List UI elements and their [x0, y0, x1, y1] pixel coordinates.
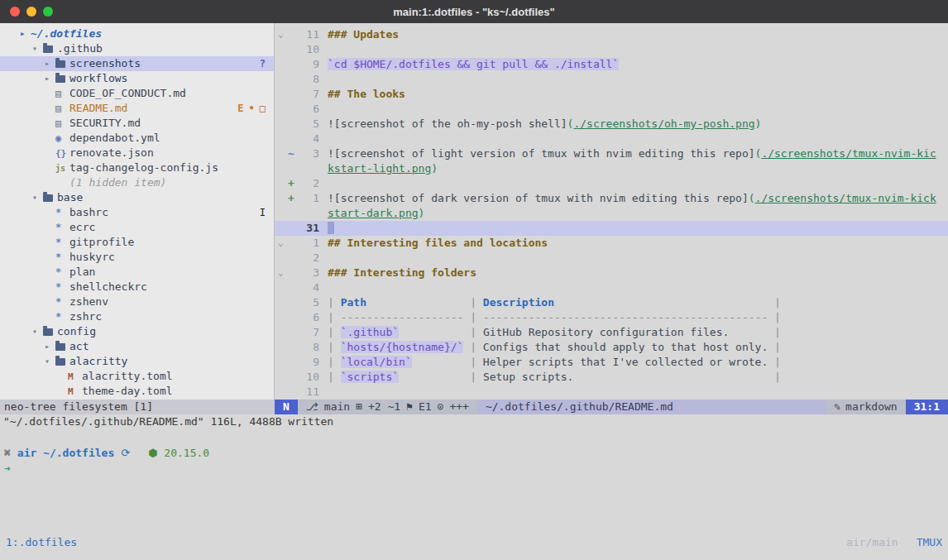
- text-segment-pipe: |: [768, 341, 781, 353]
- tree-item-theme-day-toml[interactable]: Mtheme-day.toml: [0, 384, 274, 399]
- expander-icon[interactable]: ▾: [32, 190, 43, 205]
- minimize-button[interactable]: [26, 7, 36, 17]
- editor-line[interactable]: ⌄3### Interesting folders: [275, 266, 948, 280]
- zoom-button[interactable]: [43, 7, 53, 17]
- tree-item-marks: I: [260, 205, 266, 220]
- line-number: 10: [296, 370, 319, 385]
- editor-line[interactable]: 6| ------------------- | ---------------…: [275, 310, 948, 325]
- editor-line[interactable]: ⌄11### Updates: [275, 27, 948, 42]
- editor-line[interactable]: 5![screenshot of the oh-my-posh shell](.…: [275, 117, 948, 132]
- editor-line[interactable]: 5| Path | Description |: [275, 295, 948, 310]
- tree-item-label: zshenv: [69, 294, 108, 309]
- editor-line[interactable]: +1![screenshot of dark version of tmux w…: [275, 191, 948, 206]
- cursor-position: 31:1: [906, 400, 948, 414]
- text-segment-par: ): [755, 117, 762, 130]
- expander-icon[interactable]: ▸: [45, 56, 55, 71]
- editor-line-current[interactable]: 31: [275, 221, 948, 236]
- tree-item-shellcheckrc[interactable]: *shellcheckrc: [0, 280, 274, 294]
- tmux-pane-vim: ▸~/.dotfiles▾.github▸screenshots?▸workfl…: [0, 23, 948, 400]
- tree-item-dependabot-yml[interactable]: ◉dependabot.yml: [0, 131, 274, 146]
- expander-icon[interactable]: ▸: [20, 26, 31, 41]
- tree-item-bashrc[interactable]: *bashrcI: [0, 205, 274, 220]
- text-segment-th: Path: [341, 296, 366, 309]
- tree-item-alacritty-toml[interactable]: Malacritty.toml: [0, 369, 274, 384]
- editor-line[interactable]: 7## The looks: [275, 87, 948, 102]
- text-segment-pipe: |: [463, 341, 482, 353]
- tree-item-workflows[interactable]: ▸workflows: [0, 71, 274, 86]
- expander-icon[interactable]: ▾: [45, 354, 55, 369]
- apple-icon: ⌘: [4, 446, 11, 461]
- tree-item-config[interactable]: ▾config: [0, 324, 274, 339]
- fold-icon[interactable]: ⌄: [278, 27, 288, 42]
- tree-item-1-hidden-item[interactable]: (1 hidden item): [0, 175, 274, 190]
- line-number: 1: [296, 191, 319, 206]
- tree-item-ecrc[interactable]: *ecrc: [0, 220, 274, 235]
- editor-line[interactable]: 9`cd $HOME/.dotfiles && git pull && ./in…: [275, 57, 948, 72]
- line-text: | `scripts` | Setup scripts. |: [328, 370, 948, 385]
- editor-line[interactable]: ⌄1## Interesting files and locations: [275, 236, 948, 251]
- tree-item-zshenv[interactable]: *zshenv: [0, 294, 274, 309]
- editor-lines: ⌄11### Updates109`cd $HOME/.dotfiles && …: [275, 27, 948, 400]
- window-titlebar[interactable]: main:1:.dotfiles - "ks~/.dotfiles": [0, 0, 948, 23]
- text-segment-txt: ![screenshot of light version of tmux wi…: [328, 147, 755, 160]
- expander-icon[interactable]: ▾: [32, 41, 43, 56]
- tree-item-tag-changelog-config-js[interactable]: jstag-changelog-config.js: [0, 160, 274, 175]
- editor-line[interactable]: 2: [275, 251, 948, 266]
- editor-line[interactable]: 4: [275, 280, 948, 295]
- tree-item-code-of-conduct-md[interactable]: ▤CODE_OF_CONDUCT.md: [0, 86, 274, 101]
- star-file-icon: *: [55, 222, 61, 233]
- fold-icon[interactable]: ⌄: [278, 236, 288, 251]
- text-segment-pipe: |: [463, 371, 482, 383]
- tree-item-renovate-json[interactable]: {}renovate.json: [0, 146, 274, 160]
- editor-line[interactable]: +2: [275, 176, 948, 191]
- editor-pane[interactable]: ⌄11### Updates109`cd $HOME/.dotfiles && …: [275, 23, 948, 400]
- line-number: 6: [296, 310, 319, 325]
- star-file-icon: *: [55, 296, 61, 308]
- tree-item-security-md[interactable]: ▤SECURITY.md: [0, 116, 274, 131]
- editor-line[interactable]: kstart-light.png): [275, 161, 948, 176]
- expander-icon[interactable]: ▾: [32, 324, 43, 339]
- tree-item-base[interactable]: ▾base: [0, 190, 274, 205]
- tree-item-readme-md[interactable]: ▤README.mdE•□: [0, 101, 274, 116]
- editor-line[interactable]: 8| `hosts/{hostname}/` | Configs that sh…: [275, 340, 948, 355]
- line-text: ## Interesting files and locations: [328, 236, 948, 251]
- tree-item-huskyrc[interactable]: *huskyrc: [0, 250, 274, 265]
- tree-item-act[interactable]: ▸act: [0, 339, 274, 354]
- tree-item-plan[interactable]: *plan: [0, 265, 274, 280]
- tree-item-zshrc[interactable]: *zshrc: [0, 309, 274, 324]
- toml-file-icon: M: [68, 371, 74, 382]
- editor-line[interactable]: 4: [275, 132, 948, 146]
- editor-line[interactable]: 10| `scripts` | Setup scripts. |: [275, 370, 948, 385]
- editor-line[interactable]: 10: [275, 42, 948, 57]
- text-segment-sp: [399, 326, 463, 338]
- editor-line[interactable]: 11: [275, 385, 948, 400]
- tree-item-label: bashrc: [69, 205, 108, 220]
- editor-line[interactable]: 7| `.github` | GitHub Repository configu…: [275, 325, 948, 340]
- tree-item-marks: E•□: [237, 101, 266, 116]
- line-text: ![screenshot of light version of tmux wi…: [328, 146, 948, 161]
- item-mark: •: [249, 101, 255, 116]
- editor-line[interactable]: 8: [275, 72, 948, 87]
- close-button[interactable]: [10, 7, 20, 17]
- editor-line[interactable]: start-dark.png): [275, 206, 948, 221]
- editor-line[interactable]: 6: [275, 102, 948, 117]
- tree-item-dotfiles[interactable]: ▸~/.dotfiles: [0, 26, 274, 41]
- item-mark: □: [260, 101, 266, 116]
- tree-item-alacritty[interactable]: ▾alacritty: [0, 354, 274, 369]
- expander-icon[interactable]: ▸: [45, 71, 55, 86]
- tree-item-screenshots[interactable]: ▸screenshots?: [0, 56, 274, 71]
- tree-item-gitprofile[interactable]: *gitprofile: [0, 235, 274, 250]
- text-segment-h: ## The looks: [328, 88, 405, 100]
- tmux-window-name[interactable]: 1:.dotfiles: [6, 535, 77, 550]
- doc-file-icon: ▤: [55, 103, 61, 114]
- text-segment-h: ## Interesting files and locations: [328, 237, 548, 249]
- tree-item-label: config: [57, 324, 96, 339]
- tree-item-label: plan: [69, 265, 95, 280]
- editor-line[interactable]: 9| `local/bin` | Helper scripts that I'v…: [275, 355, 948, 370]
- folder-icon: [55, 75, 65, 83]
- text-segment-pipe: |: [463, 356, 482, 368]
- fold-icon[interactable]: ⌄: [278, 266, 288, 280]
- expander-icon[interactable]: ▸: [45, 339, 55, 354]
- editor-line[interactable]: ~3![screenshot of light version of tmux …: [275, 146, 948, 161]
- tree-item-github[interactable]: ▾.github: [0, 41, 274, 56]
